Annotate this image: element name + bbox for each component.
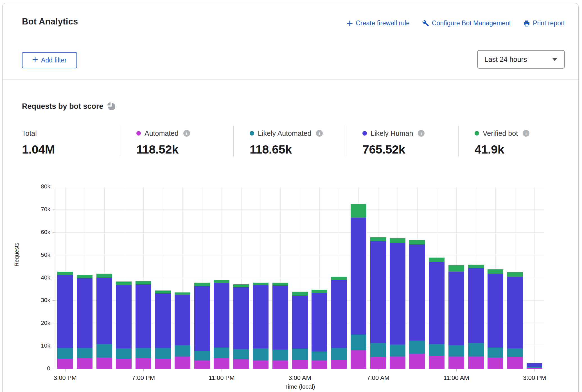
stacked-bar-9-00-pm[interactable]	[175, 292, 190, 369]
create-firewall-rule-link[interactable]: Create firewall rule	[347, 19, 410, 27]
bar-segment-likely-human	[214, 283, 229, 348]
stacked-bar-3-00-pm[interactable]	[57, 272, 73, 369]
stacked-bar-6-00-am[interactable]	[351, 204, 366, 369]
bar-segment-likely-automated	[233, 349, 249, 359]
info-icon[interactable]: i	[183, 130, 190, 137]
bar-slot: 11:00 AM	[446, 187, 466, 369]
stacked-bar-5-00-am[interactable]	[331, 277, 347, 369]
bar-segment-verified-bot	[253, 283, 269, 285]
bar-segment-likely-automated	[351, 335, 366, 350]
bar-segment-likely-human	[292, 296, 308, 349]
info-icon[interactable]: i	[316, 130, 323, 137]
bar-slot	[251, 187, 271, 369]
stacked-bar-9-00-am[interactable]	[409, 240, 425, 369]
x-axis-tick	[222, 369, 222, 371]
bar-segment-automated	[57, 359, 73, 369]
v-gridline	[534, 187, 535, 369]
stacked-bar-3-00-am[interactable]	[292, 292, 308, 369]
bar-segment-automated	[77, 358, 93, 369]
stacked-bar-2-00-am[interactable]	[272, 283, 288, 369]
bar-segment-verified-bot	[331, 277, 347, 280]
bar-slot	[114, 187, 134, 369]
bar-segment-automated	[253, 361, 269, 369]
bar-segment-verified-bot	[390, 238, 405, 243]
stacked-bar-2-00-pm[interactable]	[507, 272, 523, 369]
header-divider	[3, 80, 578, 80]
stacked-bar-7-00-pm[interactable]	[136, 281, 151, 369]
stat-label: Likely Human	[371, 129, 413, 138]
bar-segment-verified-bot	[409, 240, 425, 244]
bar-segment-verified-bot	[214, 280, 229, 283]
bar-segment-likely-human	[429, 262, 445, 344]
bar-segment-verified-bot	[96, 274, 112, 278]
y-axis-tick	[53, 232, 55, 233]
bar-slot	[466, 187, 486, 369]
bar-segment-likely-automated	[429, 344, 445, 356]
stat-label: Total	[22, 129, 37, 138]
plus-icon	[347, 20, 353, 26]
y-axis-tick-label: 80k	[33, 183, 50, 190]
stacked-bar-10-00-am[interactable]	[429, 258, 445, 369]
bar-slot	[388, 187, 408, 369]
info-icon[interactable]: i	[523, 130, 529, 137]
y-axis-tick-label: 20k	[33, 319, 50, 326]
bar-slot	[329, 187, 349, 369]
stacked-bar-4-00-pm[interactable]	[77, 275, 93, 369]
stat-label: Automated	[145, 129, 179, 138]
bar-segment-verified-bot	[370, 237, 386, 241]
stacked-bar-6-00-pm[interactable]	[116, 281, 132, 369]
stacked-bar-8-00-am[interactable]	[390, 238, 405, 369]
stat-value: 118.52k	[136, 143, 233, 156]
bar-segment-automated	[233, 359, 249, 369]
stacked-bar-1-00-pm[interactable]	[488, 269, 503, 369]
bar-segment-verified-bot	[429, 258, 445, 262]
bar-segment-likely-automated	[468, 343, 484, 356]
stacked-bar-11-00-am[interactable]	[448, 265, 464, 369]
x-axis-tick	[143, 369, 144, 371]
bar-segment-automated	[175, 357, 190, 369]
y-axis-tick-label: 50k	[33, 251, 50, 258]
stacked-bar-12-00-am[interactable]	[233, 284, 249, 369]
bar-segment-verified-bot	[116, 281, 132, 285]
time-range-select[interactable]: Last 24 hours	[477, 50, 565, 69]
bar-segment-automated	[116, 359, 132, 369]
stacked-bar-11-00-pm[interactable]	[214, 280, 229, 369]
stacked-bar-8-00-pm[interactable]	[155, 290, 171, 369]
y-axis-title: Requests	[13, 255, 20, 267]
y-axis-tick	[53, 369, 55, 369]
stacked-bar-12-00-pm[interactable]	[468, 265, 484, 369]
legend-dot	[362, 131, 367, 136]
y-axis-tick-label: 10k	[33, 342, 50, 349]
bar-segment-automated	[409, 354, 425, 369]
stacked-bar-4-00-am[interactable]	[312, 290, 327, 369]
bar-segment-likely-automated	[331, 348, 347, 360]
stat-block-automated: Automatedi118.52k	[120, 126, 233, 156]
bar-segment-likely-human	[233, 287, 249, 350]
stacked-bar-10-00-pm[interactable]	[194, 283, 210, 369]
bar-segment-automated	[370, 357, 386, 369]
x-axis-tick-label: 3:00 PM	[54, 374, 77, 382]
print-report-link[interactable]: Print report	[523, 19, 565, 27]
bar-segment-automated	[155, 359, 171, 369]
configure-bot-management-link[interactable]: Configure Bot Management	[422, 19, 511, 27]
bar-segment-likely-automated	[488, 348, 503, 357]
bar-segment-verified-bot	[77, 275, 93, 278]
bar-slot	[153, 187, 173, 369]
info-icon[interactable]: i	[418, 130, 425, 137]
stat-block-likely-automated: Likely Automatedi118.65k	[233, 126, 346, 156]
stacked-bar-5-00-pm[interactable]	[96, 274, 112, 369]
stacked-bar-7-00-am[interactable]	[370, 237, 386, 369]
x-axis-tick-label: 3:00 PM	[523, 374, 546, 382]
y-axis-tick-label: 0	[33, 365, 50, 372]
stacked-bar-1-00-am[interactable]	[253, 283, 269, 369]
bar-slot: 11:00 PM	[212, 187, 232, 369]
stacked-bar-3-00-pm[interactable]	[527, 363, 542, 369]
bar-slot	[310, 187, 329, 369]
bar-segment-likely-automated	[253, 348, 269, 361]
page-title: Bot Analytics	[22, 17, 78, 27]
bar-slot	[407, 187, 427, 369]
bar-segment-verified-bot	[175, 292, 190, 295]
add-filter-button[interactable]: Add filter	[22, 52, 77, 68]
bar-segment-verified-bot	[351, 204, 366, 218]
bar-segment-automated	[136, 358, 151, 369]
